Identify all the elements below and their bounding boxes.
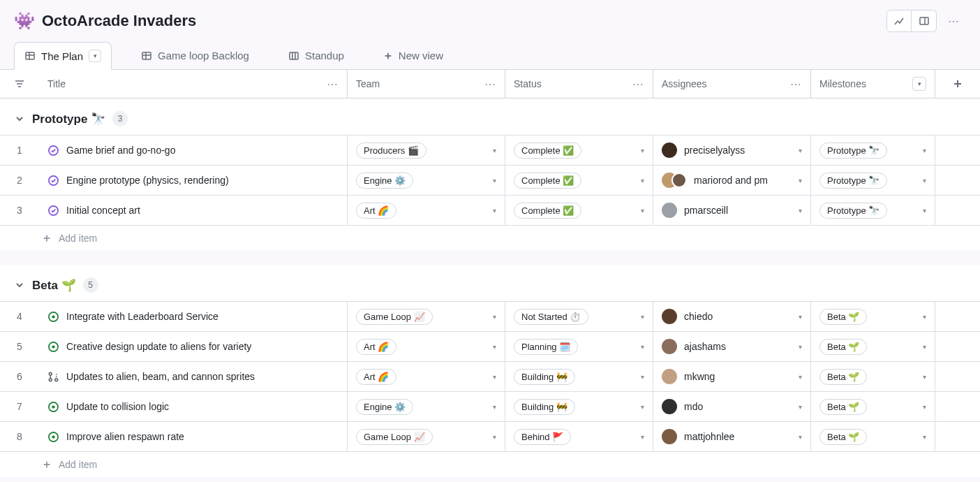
table-row[interactable]: 3 Initial concept art Art 🌈 ▾ Complete ✅… <box>0 195 980 225</box>
milestone-cell[interactable]: Beta 🌱 ▾ <box>811 392 935 421</box>
column-title[interactable]: Title ⋯ <box>39 70 348 98</box>
chevron-down-icon: ▾ <box>923 343 926 351</box>
table-row[interactable]: 4 Integrate with Leaderboard Service Gam… <box>0 301 980 331</box>
ellipsis-icon[interactable]: ⋯ <box>632 78 644 91</box>
team-cell[interactable]: Engine ⚙️ ▾ <box>348 166 505 195</box>
chevron-down-icon[interactable] <box>14 279 25 291</box>
svg-point-35 <box>52 435 54 438</box>
status-cell[interactable]: Behind 🚩 ▾ <box>505 422 653 451</box>
status-cell[interactable]: Complete ✅ ▾ <box>505 166 653 195</box>
issue-closed-icon <box>47 175 59 187</box>
row-trailing-cell <box>935 392 980 421</box>
milestone-cell[interactable]: Prototype 🔭 ▾ <box>811 136 935 165</box>
title-cell[interactable]: Integrate with Leaderboard Service <box>39 302 348 331</box>
assignees-cell[interactable]: mdo ▾ <box>653 392 811 421</box>
milestones-caret[interactable]: ▾ <box>912 77 926 91</box>
row-trailing-cell <box>935 136 980 165</box>
chevron-down-icon[interactable] <box>14 113 25 124</box>
milestone-cell[interactable]: Beta 🌱 ▾ <box>811 302 935 331</box>
ellipsis-icon[interactable]: ⋯ <box>484 78 496 91</box>
panel-toggle-button[interactable] <box>912 10 937 32</box>
title-cell[interactable]: Update to collision logic <box>39 392 348 421</box>
add-column-button[interactable] <box>935 70 980 98</box>
title-cell[interactable]: Updates to alien, beam, and cannon sprit… <box>39 362 348 391</box>
svg-point-33 <box>52 405 54 408</box>
ellipsis-icon[interactable]: ⋯ <box>790 78 802 91</box>
table-row[interactable]: 7 Update to collision logic Engine ⚙️ ▾ … <box>0 391 980 421</box>
status-cell[interactable]: Building 🚧 ▾ <box>505 392 653 421</box>
status-cell[interactable]: Not Started ⏱️ ▾ <box>505 302 653 331</box>
chevron-down-icon: ▾ <box>799 373 802 381</box>
title-cell[interactable]: Initial concept art <box>39 196 348 225</box>
assignees-cell[interactable]: pmarsceill ▾ <box>653 196 811 225</box>
table-row[interactable]: 2 Engine prototype (physics, rendering) … <box>0 165 980 195</box>
tab-the-plan[interactable]: The Plan ▾ <box>14 42 112 70</box>
plus-icon <box>952 78 963 89</box>
team-cell[interactable]: Game Loop 📈 ▾ <box>348 422 505 451</box>
ellipsis-icon[interactable]: ⋯ <box>327 78 339 91</box>
group-header: Prototype 🔭 3 <box>0 98 980 135</box>
column-milestones[interactable]: Milestones ▾ <box>811 70 935 98</box>
add-item-button[interactable]: Add item <box>0 225 980 251</box>
team-cell[interactable]: Game Loop 📈 ▾ <box>348 302 505 331</box>
status-cell[interactable]: Complete ✅ ▾ <box>505 196 653 225</box>
table-row[interactable]: 6 Updates to alien, beam, and cannon spr… <box>0 361 980 391</box>
row-number: 8 <box>0 422 39 451</box>
more-menu-button[interactable]: ⋯ <box>941 10 966 32</box>
filter-icon <box>14 78 25 89</box>
status-cell[interactable]: Planning 🗓️ ▾ <box>505 332 653 361</box>
column-team[interactable]: Team ⋯ <box>348 70 505 98</box>
column-label: Milestones <box>819 78 866 89</box>
team-pill: Art 🌈 <box>356 369 396 385</box>
assignees-cell[interactable]: mkwng ▾ <box>653 362 811 391</box>
row-trailing-cell <box>935 362 980 391</box>
team-pill: Engine ⚙️ <box>356 399 413 415</box>
team-pill: Art 🌈 <box>356 203 396 219</box>
status-cell[interactable]: Building 🚧 ▾ <box>505 362 653 391</box>
title-cell[interactable]: Engine prototype (physics, rendering) <box>39 166 348 195</box>
team-cell[interactable]: Art 🌈 ▾ <box>348 196 505 225</box>
column-assignees[interactable]: Assignees ⋯ <box>653 70 811 98</box>
column-status[interactable]: Status ⋯ <box>505 70 653 98</box>
tab-standup[interactable]: Standup <box>279 43 354 68</box>
avatar <box>662 309 677 324</box>
team-cell[interactable]: Engine ⚙️ ▾ <box>348 392 505 421</box>
status-pill: Complete ✅ <box>514 203 581 219</box>
chevron-down-icon: ▾ <box>799 403 802 411</box>
insights-button[interactable] <box>886 10 912 32</box>
milestone-cell[interactable]: Beta 🌱 ▾ <box>811 422 935 451</box>
table-row[interactable]: 5 Creative design update to aliens for v… <box>0 331 980 361</box>
table-row[interactable]: 1 Game brief and go-no-go Producers 🎬 ▾ … <box>0 135 980 165</box>
team-cell[interactable]: Art 🌈 ▾ <box>348 332 505 361</box>
table-row[interactable]: 8 Improve alien respawn rate Game Loop 📈… <box>0 421 980 451</box>
row-number: 1 <box>0 136 39 165</box>
milestone-pill: Beta 🌱 <box>819 339 867 355</box>
chevron-down-icon: ▾ <box>923 433 926 441</box>
group-title: Prototype 🔭 <box>32 112 105 126</box>
plus-icon <box>42 233 52 243</box>
assignees-cell[interactable]: mariorod and pm ▾ <box>653 166 811 195</box>
title-cell[interactable]: Game brief and go-no-go <box>39 136 348 165</box>
team-cell[interactable]: Art 🌈 ▾ <box>348 362 505 391</box>
milestone-cell[interactable]: Beta 🌱 ▾ <box>811 362 935 391</box>
title-cell[interactable]: Creative design update to aliens for var… <box>39 332 348 361</box>
assignees-cell[interactable]: chiedo ▾ <box>653 302 811 331</box>
add-item-button[interactable]: Add item <box>0 451 980 477</box>
assignees-cell[interactable]: preciselyalyss ▾ <box>653 136 811 165</box>
milestone-cell[interactable]: Beta 🌱 ▾ <box>811 332 935 361</box>
milestone-cell[interactable]: Prototype 🔭 ▾ <box>811 166 935 195</box>
tab-menu-caret[interactable]: ▾ <box>89 50 101 62</box>
chevron-down-icon: ▾ <box>493 207 496 214</box>
new-view-button[interactable]: New view <box>373 43 453 68</box>
chevron-down-icon: ▾ <box>493 177 496 184</box>
team-cell[interactable]: Producers 🎬 ▾ <box>348 136 505 165</box>
assignees-cell[interactable]: mattjohnlee ▾ <box>653 422 811 451</box>
svg-point-28 <box>49 378 52 381</box>
status-cell[interactable]: Complete ✅ ▾ <box>505 136 653 165</box>
tab-game-loop-backlog[interactable]: Game loop Backlog <box>131 43 259 68</box>
assignees-cell[interactable]: ajashams ▾ <box>653 332 811 361</box>
title-cell[interactable]: Improve alien respawn rate <box>39 422 348 451</box>
milestone-cell[interactable]: Prototype 🔭 ▾ <box>811 196 935 225</box>
filter-button[interactable] <box>0 70 39 98</box>
tab-label: Standup <box>305 50 344 61</box>
